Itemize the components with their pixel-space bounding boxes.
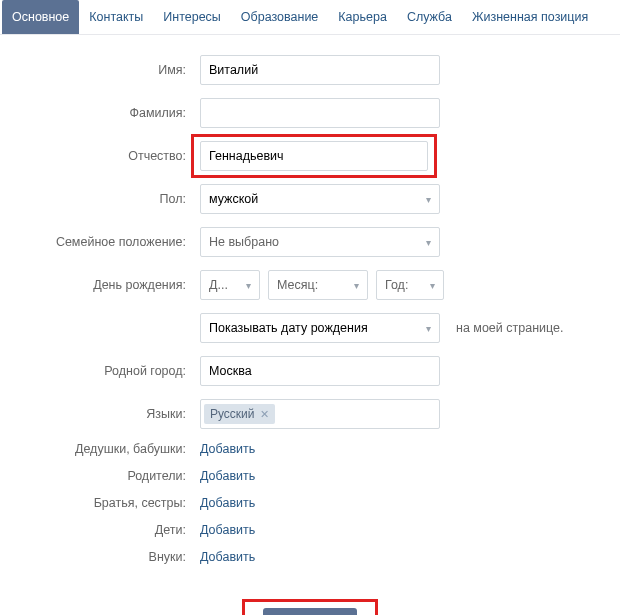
bday-year-select[interactable]: Год: ▾ xyxy=(376,270,444,300)
bday-after-text: на моей странице. xyxy=(456,321,564,335)
languages-label: Языки: xyxy=(20,407,200,421)
surname-input[interactable] xyxy=(200,98,440,128)
parents-label: Родители: xyxy=(20,469,200,483)
gender-value: мужской xyxy=(209,192,258,206)
languages-input[interactable]: Русский ✕ xyxy=(200,399,440,429)
tabs-bar: Основное Контакты Интересы Образование К… xyxy=(0,0,620,35)
add-siblings-link[interactable]: Добавить xyxy=(200,496,255,510)
add-grandchildren-link[interactable]: Добавить xyxy=(200,550,255,564)
marital-value: Не выбрано xyxy=(209,235,279,249)
tab-career[interactable]: Карьера xyxy=(328,0,397,34)
patronymic-highlight xyxy=(191,134,437,178)
hometown-label: Родной город: xyxy=(20,364,200,378)
siblings-label: Братья, сестры: xyxy=(20,496,200,510)
tab-main[interactable]: Основное xyxy=(2,0,79,34)
language-tag: Русский ✕ xyxy=(204,404,275,424)
surname-label: Фамилия: xyxy=(20,106,200,120)
add-children-link[interactable]: Добавить xyxy=(200,523,255,537)
hometown-input[interactable] xyxy=(200,356,440,386)
bday-visibility-value: Показывать дату рождения xyxy=(209,321,368,335)
grandparents-label: Дедушки, бабушки: xyxy=(20,442,200,456)
remove-tag-icon[interactable]: ✕ xyxy=(260,408,269,421)
name-input[interactable] xyxy=(200,55,440,85)
profile-form: Имя: Фамилия: Отчество: Пол: мужской ▾ С… xyxy=(0,35,620,587)
grandchildren-label: Внуки: xyxy=(20,550,200,564)
marital-label: Семейное положение: xyxy=(20,235,200,249)
chevron-down-icon: ▾ xyxy=(430,280,435,291)
marital-select[interactable]: Не выбрано ▾ xyxy=(200,227,440,257)
children-label: Дети: xyxy=(20,523,200,537)
language-tag-text: Русский xyxy=(210,407,255,421)
gender-label: Пол: xyxy=(20,192,200,206)
chevron-down-icon: ▾ xyxy=(426,237,431,248)
bday-year-value: Год: xyxy=(385,278,408,292)
add-parents-link[interactable]: Добавить xyxy=(200,469,255,483)
save-area: Сохранить xyxy=(0,587,620,615)
save-highlight: Сохранить xyxy=(242,599,378,615)
chevron-down-icon: ▾ xyxy=(354,280,359,291)
gender-select[interactable]: мужской ▾ xyxy=(200,184,440,214)
add-grandparents-link[interactable]: Добавить xyxy=(200,442,255,456)
patronymic-label: Отчество: xyxy=(20,149,200,163)
tab-contacts[interactable]: Контакты xyxy=(79,0,153,34)
bday-day-select[interactable]: Д... ▾ xyxy=(200,270,260,300)
save-button[interactable]: Сохранить xyxy=(263,608,357,615)
tab-life[interactable]: Жизненная позиция xyxy=(462,0,598,34)
bday-month-value: Месяц: xyxy=(277,278,318,292)
bday-month-select[interactable]: Месяц: ▾ xyxy=(268,270,368,300)
bday-day-value: Д... xyxy=(209,278,228,292)
tab-interests[interactable]: Интересы xyxy=(153,0,231,34)
birthday-label: День рождения: xyxy=(20,278,200,292)
name-label: Имя: xyxy=(20,63,200,77)
patronymic-input[interactable] xyxy=(200,141,428,171)
chevron-down-icon: ▾ xyxy=(246,280,251,291)
chevron-down-icon: ▾ xyxy=(426,194,431,205)
tab-service[interactable]: Служба xyxy=(397,0,462,34)
bday-visibility-select[interactable]: Показывать дату рождения ▾ xyxy=(200,313,440,343)
chevron-down-icon: ▾ xyxy=(426,323,431,334)
tab-education[interactable]: Образование xyxy=(231,0,328,34)
